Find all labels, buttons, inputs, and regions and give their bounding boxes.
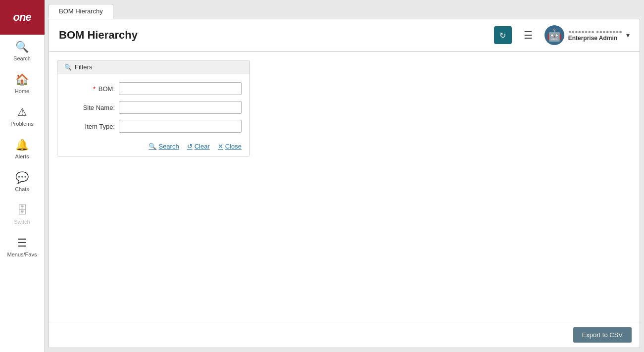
close-action-label: Close [225,143,242,150]
header-actions: ↻ ☰ 🤖 ●●●●●●●● ●●●●●●●● Enterprise Admin… [494,25,630,45]
avatar-icon: 🤖 [547,28,562,42]
export-area: Export to CSV [49,322,640,348]
clear-action-label: Clear [195,143,210,150]
user-dropdown-button[interactable]: ▾ [626,31,630,39]
bom-input[interactable] [119,82,242,95]
logo-text: one [13,11,31,24]
sidebar-item-label-home: Home [15,88,29,94]
site-name-input[interactable] [119,101,242,114]
user-info: ●●●●●●●● ●●●●●●●● Enterprise Admin [568,29,622,42]
export-csv-button[interactable]: Export to CSV [573,327,632,343]
sidebar-item-search[interactable]: 🔍 Search [0,35,44,67]
user-role: Enterprise Admin [568,35,622,42]
sidebar-item-label-search: Search [13,55,31,61]
filter-icon: 🔍 [64,64,72,71]
filters-panel: 🔍 Filters * BOM: Site [57,60,250,156]
filters-tab-label: Filters [75,63,92,71]
sidebar-item-chats[interactable]: 💬 Chats [0,165,44,198]
hamburger-icon: ☰ [524,30,533,41]
search-action-label: Search [158,143,179,150]
alerts-icon: 🔔 [15,139,29,151]
search-action-icon: 🔍 [149,143,156,150]
filter-row-site-name: Site Name: [65,101,242,114]
refresh-icon: ↻ [499,31,506,40]
search-icon: 🔍 [15,41,29,53]
content-area: BOM Hierarchy ↻ ☰ 🤖 ●●●●●●●● ●●●●●●●● En… [49,19,640,348]
close-button[interactable]: ✕ Close [218,143,242,150]
sidebar-item-home[interactable]: 🏠 Home [0,67,44,100]
sidebar-item-problems[interactable]: ⚠ Problems [0,100,44,133]
tab-bom-hierarchy[interactable]: BOM Hierarchy [49,4,113,19]
sidebar-item-label-chats: Chats [15,186,29,192]
sidebar-item-label-switch: Switch [14,219,30,225]
sidebar-item-alerts[interactable]: 🔔 Alerts [0,133,44,165]
tab-bar: BOM Hierarchy [45,0,644,19]
search-button[interactable]: 🔍 Search [149,143,179,150]
clear-button[interactable]: ↺ Clear [187,143,210,150]
sidebar-item-label-alerts: Alerts [15,153,29,159]
home-icon: 🏠 [15,73,29,86]
avatar: 🤖 [545,25,564,45]
switch-icon: 🗄 [17,204,28,217]
problems-icon: ⚠ [17,106,27,119]
sidebar-item-label-menus: Menus/Favs [7,251,37,257]
app-logo[interactable]: one [0,0,45,35]
export-csv-label: Export to CSV [582,331,623,339]
main-content: BOM Hierarchy BOM Hierarchy ↻ ☰ 🤖 ●●●● [45,0,644,352]
item-type-label: Item Type: [65,123,115,130]
sidebar-item-label-problems: Problems [10,121,33,127]
close-action-icon: ✕ [218,143,223,150]
sidebar-item-switch: 🗄 Switch [0,198,44,231]
site-name-label: Site Name: [65,104,115,111]
filter-row-bom: * BOM: [65,82,242,95]
filter-actions: 🔍 Search ↺ Clear ✕ Close [65,139,242,150]
bom-label: * BOM: [65,85,115,93]
filters-body: * BOM: Site Name: [57,74,249,156]
chats-icon: 💬 [15,171,29,184]
page-header: BOM Hierarchy ↻ ☰ 🤖 ●●●●●●●● ●●●●●●●● En… [49,19,640,51]
menu-button[interactable]: ☰ [520,27,537,43]
page-body: 🔍 Filters * BOM: Site [49,52,640,322]
user-area: 🤖 ●●●●●●●● ●●●●●●●● Enterprise Admin ▾ [545,25,630,45]
filters-tab[interactable]: 🔍 Filters [57,60,249,74]
item-type-input[interactable] [119,120,242,133]
user-name: ●●●●●●●● ●●●●●●●● [568,29,622,35]
menus-icon: ☰ [17,237,27,250]
filter-row-item-type: Item Type: [65,120,242,133]
page-title: BOM Hierarchy [59,29,494,42]
refresh-button[interactable]: ↻ [494,26,512,44]
sidebar: one 🔍 Search 🏠 Home ⚠ Problems 🔔 Alerts … [0,0,45,352]
clear-action-icon: ↺ [187,143,193,150]
sidebar-item-menus[interactable]: ☰ Menus/Favs [0,231,44,263]
